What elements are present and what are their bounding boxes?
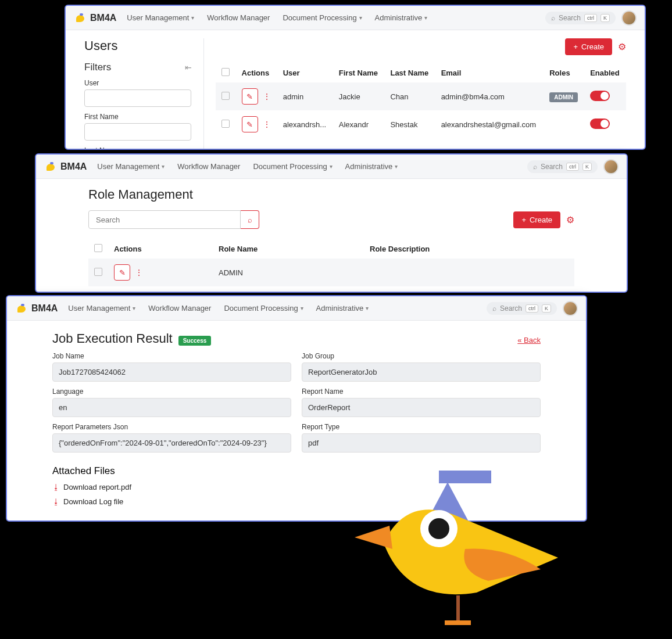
kebab-icon[interactable]: ⋮: [135, 268, 143, 277]
params-label: Report Parameters Json: [52, 423, 291, 431]
chevron-down-icon: ▾: [366, 305, 369, 311]
col-actions: Actions: [108, 239, 213, 259]
chevron-down-icon: ▾: [191, 15, 194, 21]
kebab-icon[interactable]: ⋮: [263, 92, 271, 101]
chevron-down-icon: ▾: [330, 163, 333, 170]
col-actions: Actions: [236, 63, 277, 82]
row-checkbox[interactable]: [94, 268, 102, 276]
brand-text: BM4A: [60, 161, 87, 172]
nav-administrative[interactable]: Administrative▾: [316, 304, 369, 313]
bird-icon: [44, 161, 57, 172]
language-label: Language: [52, 387, 291, 396]
chevron-down-icon: ▾: [301, 305, 303, 311]
page-title: Job Execution Result: [52, 331, 173, 346]
svg-point-4: [428, 518, 449, 539]
nav-administrative[interactable]: Administrative▾: [345, 162, 398, 171]
select-all-checkbox[interactable]: [221, 68, 230, 76]
col-lastname: Last Name: [384, 63, 435, 82]
edit-button[interactable]: ✎: [242, 88, 258, 105]
nav-user-management[interactable]: User Management▾: [97, 162, 165, 171]
nav-user-management[interactable]: User Management▾: [127, 13, 194, 22]
role-search-input[interactable]: [88, 210, 241, 229]
nav-workflow-manager[interactable]: Workflow Manager: [177, 162, 240, 171]
user-avatar[interactable]: [563, 301, 578, 316]
language-value: en: [52, 398, 291, 417]
col-enabled: Enabled: [584, 63, 626, 82]
chevron-down-icon: ▾: [395, 163, 398, 170]
page-title: Users: [84, 38, 192, 53]
kbd-hint: K: [600, 14, 610, 22]
topbar: BM4A User Management▾ Workflow Manager D…: [7, 296, 586, 321]
table-row: ✎⋮ alexandrsh... Alexandr Shestak alexan…: [216, 110, 626, 138]
nav-workflow-manager[interactable]: Workflow Manager: [207, 13, 270, 22]
bird-icon: [74, 13, 87, 23]
users-table: Actions User First Name Last Name Email …: [216, 63, 626, 138]
table-row: ✎⋮ admin Jackie Chan admin@bm4a.com ADMI…: [216, 82, 626, 110]
brand-logo: BM4A: [44, 161, 87, 172]
topbar: BM4A User Management▾ Workflow Manager D…: [66, 6, 645, 30]
params-value: {"orderedOnFrom":"2024-09-01","orderedOn…: [52, 433, 291, 453]
report-type-value: pdf: [302, 433, 541, 453]
status-badge: Success: [178, 336, 212, 346]
kebab-icon[interactable]: ⋮: [263, 120, 271, 129]
nav-document-processing[interactable]: Document Processing▾: [283, 13, 362, 22]
svg-rect-1: [439, 471, 491, 483]
role-badge: ADMIN: [549, 92, 578, 102]
svg-rect-5: [456, 595, 460, 622]
global-search[interactable]: ⌕ Search ctrl K: [527, 160, 598, 173]
page-title: Role Management: [88, 187, 574, 202]
row-checkbox[interactable]: [221, 120, 230, 128]
gear-icon[interactable]: ⚙: [618, 41, 626, 52]
report-type-label: Report Type: [302, 423, 541, 431]
job-name-label: Job Name: [52, 352, 291, 360]
create-button[interactable]: +Create: [513, 211, 560, 228]
nav-document-processing[interactable]: Document Processing▾: [224, 304, 303, 313]
col-firstname: First Name: [333, 63, 385, 82]
select-all-checkbox[interactable]: [94, 244, 102, 252]
filter-label-firstname: First Name: [84, 113, 192, 121]
chevron-down-icon: ▾: [359, 15, 362, 21]
nav-document-processing[interactable]: Document Processing▾: [253, 162, 332, 171]
edit-button[interactable]: ✎: [242, 116, 258, 132]
filters-header: Filters: [84, 62, 111, 73]
job-name-value: Job1727085424062: [52, 362, 291, 382]
edit-button[interactable]: ✎: [114, 292, 130, 293]
col-roledesc: Role Description: [364, 239, 574, 259]
table-row: ✎⋮ MANAGER: [88, 286, 574, 293]
enabled-toggle[interactable]: [590, 91, 610, 101]
plus-icon: +: [573, 42, 578, 51]
edit-button[interactable]: ✎: [114, 264, 130, 281]
user-avatar[interactable]: [603, 159, 619, 174]
user-avatar[interactable]: [621, 10, 637, 26]
filter-label-lastname: Last Name: [84, 146, 192, 150]
nav-user-management[interactable]: User Management▾: [68, 304, 135, 313]
nav-workflow-manager[interactable]: Workflow Manager: [148, 304, 211, 313]
roles-table: Actions Role Name Role Description ✎⋮ AD…: [88, 239, 574, 293]
collapse-icon[interactable]: ⇤: [185, 63, 192, 72]
global-search[interactable]: ⌕ Search ctrl K: [487, 302, 557, 315]
col-email: Email: [435, 63, 544, 82]
global-search[interactable]: ⌕ Search ctrl K: [545, 12, 616, 24]
filter-firstname-input[interactable]: [84, 123, 191, 141]
plus-icon: +: [521, 216, 526, 224]
enabled-toggle[interactable]: [590, 119, 610, 129]
search-icon: ⌕: [492, 304, 496, 313]
nav-administrative[interactable]: Administrative▾: [375, 13, 428, 22]
brand-logo: BM4A: [15, 303, 58, 314]
col-rolename: Role Name: [213, 239, 364, 259]
row-checkbox[interactable]: [221, 92, 230, 100]
filter-user-input[interactable]: [84, 89, 191, 107]
create-button[interactable]: +Create: [565, 38, 612, 55]
gear-icon[interactable]: ⚙: [566, 214, 574, 225]
mascot-bird-icon: [337, 459, 587, 633]
filter-label-user: User: [84, 79, 192, 87]
report-name-value: OrderReport: [302, 398, 541, 417]
col-roles: Roles: [544, 63, 584, 82]
search-button[interactable]: ⌕: [241, 210, 259, 229]
brand-text: BM4A: [31, 303, 58, 314]
search-icon: ⌕: [533, 163, 537, 171]
col-user: User: [277, 63, 333, 82]
chevron-down-icon: ▾: [133, 305, 135, 311]
topbar: BM4A User Management▾ Workflow Manager D…: [36, 155, 627, 179]
back-link[interactable]: « Back: [517, 336, 541, 344]
